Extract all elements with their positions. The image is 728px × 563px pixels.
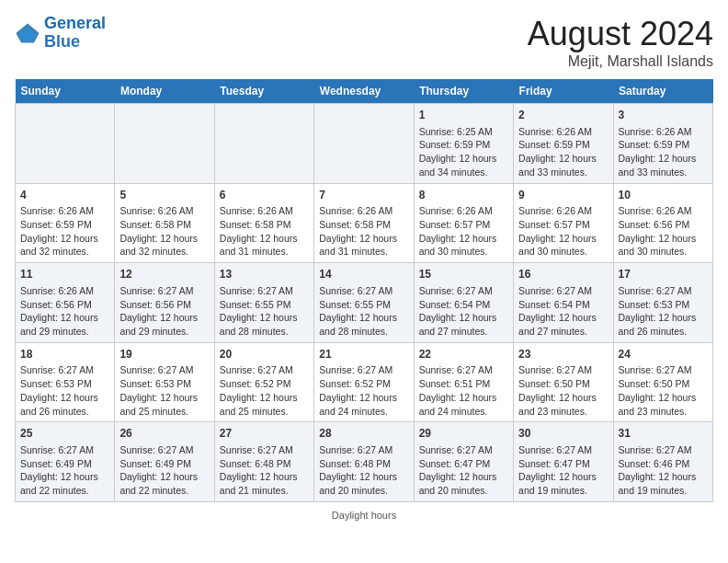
calendar-cell: 15Sunrise: 6:27 AM Sunset: 6:54 PM Dayli…	[414, 263, 513, 343]
logo: General Blue	[15, 15, 106, 52]
week-row-2: 4Sunrise: 6:26 AM Sunset: 6:59 PM Daylig…	[16, 183, 713, 263]
calendar-table: SundayMondayTuesdayWednesdayThursdayFrid…	[15, 79, 713, 502]
day-number: 4	[20, 188, 109, 203]
calendar-cell: 5Sunrise: 6:26 AM Sunset: 6:58 PM Daylig…	[115, 183, 214, 263]
month-year-title: August 2024	[528, 15, 713, 53]
day-info: Sunrise: 6:27 AM Sunset: 6:53 PM Dayligh…	[20, 363, 109, 418]
calendar-cell: 30Sunrise: 6:27 AM Sunset: 6:47 PM Dayli…	[514, 422, 613, 502]
calendar-cell	[16, 104, 115, 184]
day-number: 23	[518, 347, 608, 362]
calendar-body: 1Sunrise: 6:25 AM Sunset: 6:59 PM Daylig…	[16, 104, 713, 502]
calendar-cell: 8Sunrise: 6:26 AM Sunset: 6:57 PM Daylig…	[414, 183, 513, 263]
calendar-cell: 22Sunrise: 6:27 AM Sunset: 6:51 PM Dayli…	[414, 342, 513, 422]
day-number: 14	[319, 267, 408, 282]
header-cell-wednesday: Wednesday	[314, 79, 414, 104]
day-number: 24	[619, 347, 708, 362]
calendar-cell: 12Sunrise: 6:27 AM Sunset: 6:56 PM Dayli…	[115, 263, 214, 343]
calendar-cell	[115, 104, 214, 184]
footer: Daylight hours	[15, 510, 713, 521]
day-info: Sunrise: 6:27 AM Sunset: 6:55 PM Dayligh…	[319, 284, 408, 339]
day-info: Sunrise: 6:27 AM Sunset: 6:49 PM Dayligh…	[20, 443, 109, 498]
day-number: 15	[419, 267, 508, 282]
day-number: 31	[619, 426, 708, 442]
day-info: Sunrise: 6:27 AM Sunset: 6:49 PM Dayligh…	[119, 443, 209, 498]
calendar-cell: 25Sunrise: 6:27 AM Sunset: 6:49 PM Dayli…	[16, 422, 115, 502]
day-number: 12	[119, 267, 209, 282]
day-info: Sunrise: 6:27 AM Sunset: 6:52 PM Dayligh…	[220, 363, 309, 418]
calendar-cell: 1Sunrise: 6:25 AM Sunset: 6:59 PM Daylig…	[414, 104, 513, 184]
header-cell-friday: Friday	[514, 79, 613, 104]
header-cell-thursday: Thursday	[414, 79, 513, 104]
day-info: Sunrise: 6:27 AM Sunset: 6:47 PM Dayligh…	[518, 443, 608, 498]
day-info: Sunrise: 6:27 AM Sunset: 6:53 PM Dayligh…	[119, 363, 209, 418]
day-info: Sunrise: 6:27 AM Sunset: 6:50 PM Dayligh…	[518, 363, 608, 418]
day-info: Sunrise: 6:26 AM Sunset: 6:59 PM Dayligh…	[20, 204, 109, 259]
day-number: 18	[20, 347, 109, 362]
day-number: 22	[419, 347, 508, 362]
calendar-cell: 23Sunrise: 6:27 AM Sunset: 6:50 PM Dayli…	[514, 342, 613, 422]
day-number: 5	[119, 188, 209, 203]
day-info: Sunrise: 6:26 AM Sunset: 6:59 PM Dayligh…	[619, 125, 708, 179]
calendar-cell: 26Sunrise: 6:27 AM Sunset: 6:49 PM Dayli…	[115, 422, 214, 502]
title-block: August 2024 Mejit, Marshall Islands	[528, 15, 713, 70]
calendar-cell: 10Sunrise: 6:26 AM Sunset: 6:56 PM Dayli…	[613, 183, 712, 263]
day-number: 6	[220, 188, 309, 203]
day-info: Sunrise: 6:27 AM Sunset: 6:55 PM Dayligh…	[220, 284, 309, 339]
calendar-cell: 3Sunrise: 6:26 AM Sunset: 6:59 PM Daylig…	[613, 104, 712, 184]
day-number: 7	[319, 188, 408, 203]
day-number: 2	[518, 108, 608, 123]
header-cell-saturday: Saturday	[613, 79, 712, 104]
day-number: 10	[619, 188, 708, 203]
day-number: 21	[319, 347, 408, 362]
calendar-cell: 24Sunrise: 6:27 AM Sunset: 6:50 PM Dayli…	[613, 342, 712, 422]
week-row-5: 25Sunrise: 6:27 AM Sunset: 6:49 PM Dayli…	[16, 422, 713, 502]
day-info: Sunrise: 6:27 AM Sunset: 6:48 PM Dayligh…	[220, 443, 309, 498]
header-cell-sunday: Sunday	[16, 79, 115, 104]
day-number: 16	[518, 267, 608, 282]
day-info: Sunrise: 6:26 AM Sunset: 6:56 PM Dayligh…	[20, 284, 109, 339]
day-info: Sunrise: 6:26 AM Sunset: 6:58 PM Dayligh…	[119, 204, 209, 259]
calendar-cell: 13Sunrise: 6:27 AM Sunset: 6:55 PM Dayli…	[214, 263, 313, 343]
calendar-cell: 9Sunrise: 6:26 AM Sunset: 6:57 PM Daylig…	[514, 183, 613, 263]
day-number: 11	[20, 267, 109, 282]
calendar-cell: 18Sunrise: 6:27 AM Sunset: 6:53 PM Dayli…	[16, 342, 115, 422]
day-info: Sunrise: 6:27 AM Sunset: 6:47 PM Dayligh…	[419, 443, 508, 498]
day-info: Sunrise: 6:27 AM Sunset: 6:46 PM Dayligh…	[619, 443, 708, 498]
calendar-header: SundayMondayTuesdayWednesdayThursdayFrid…	[16, 79, 713, 104]
footer-text: Daylight hours	[332, 510, 396, 521]
day-info: Sunrise: 6:26 AM Sunset: 6:59 PM Dayligh…	[518, 125, 608, 179]
calendar-cell: 21Sunrise: 6:27 AM Sunset: 6:52 PM Dayli…	[314, 342, 414, 422]
day-number: 3	[619, 108, 708, 123]
day-info: Sunrise: 6:26 AM Sunset: 6:58 PM Dayligh…	[319, 204, 408, 259]
day-number: 1	[419, 108, 508, 123]
day-info: Sunrise: 6:27 AM Sunset: 6:53 PM Dayligh…	[619, 284, 708, 339]
day-number: 25	[20, 426, 109, 442]
calendar-cell: 29Sunrise: 6:27 AM Sunset: 6:47 PM Dayli…	[414, 422, 513, 502]
calendar-cell: 17Sunrise: 6:27 AM Sunset: 6:53 PM Dayli…	[613, 263, 712, 343]
calendar-cell: 16Sunrise: 6:27 AM Sunset: 6:54 PM Dayli…	[514, 263, 613, 343]
day-number: 8	[419, 188, 508, 203]
header-cell-monday: Monday	[115, 79, 214, 104]
logo-text: General Blue	[44, 15, 106, 52]
logo-icon	[15, 20, 40, 46]
day-info: Sunrise: 6:26 AM Sunset: 6:57 PM Dayligh…	[419, 204, 508, 259]
calendar-cell: 7Sunrise: 6:26 AM Sunset: 6:58 PM Daylig…	[314, 183, 414, 263]
day-info: Sunrise: 6:27 AM Sunset: 6:48 PM Dayligh…	[319, 443, 408, 498]
day-info: Sunrise: 6:25 AM Sunset: 6:59 PM Dayligh…	[419, 125, 508, 179]
location-subtitle: Mejit, Marshall Islands	[528, 53, 713, 70]
day-info: Sunrise: 6:26 AM Sunset: 6:58 PM Dayligh…	[220, 204, 309, 259]
day-info: Sunrise: 6:27 AM Sunset: 6:52 PM Dayligh…	[319, 363, 408, 418]
day-number: 28	[319, 426, 408, 442]
header-cell-tuesday: Tuesday	[214, 79, 313, 104]
day-number: 19	[119, 347, 209, 362]
calendar-cell: 2Sunrise: 6:26 AM Sunset: 6:59 PM Daylig…	[514, 104, 613, 184]
header-row: SundayMondayTuesdayWednesdayThursdayFrid…	[16, 79, 713, 104]
day-info: Sunrise: 6:27 AM Sunset: 6:51 PM Dayligh…	[419, 363, 508, 418]
day-info: Sunrise: 6:27 AM Sunset: 6:50 PM Dayligh…	[619, 363, 708, 418]
week-row-4: 18Sunrise: 6:27 AM Sunset: 6:53 PM Dayli…	[16, 342, 713, 422]
week-row-3: 11Sunrise: 6:26 AM Sunset: 6:56 PM Dayli…	[16, 263, 713, 343]
day-number: 9	[518, 188, 608, 203]
day-number: 27	[220, 426, 309, 442]
day-info: Sunrise: 6:26 AM Sunset: 6:57 PM Dayligh…	[518, 204, 608, 259]
page-header: General Blue August 2024 Mejit, Marshall…	[15, 15, 713, 70]
